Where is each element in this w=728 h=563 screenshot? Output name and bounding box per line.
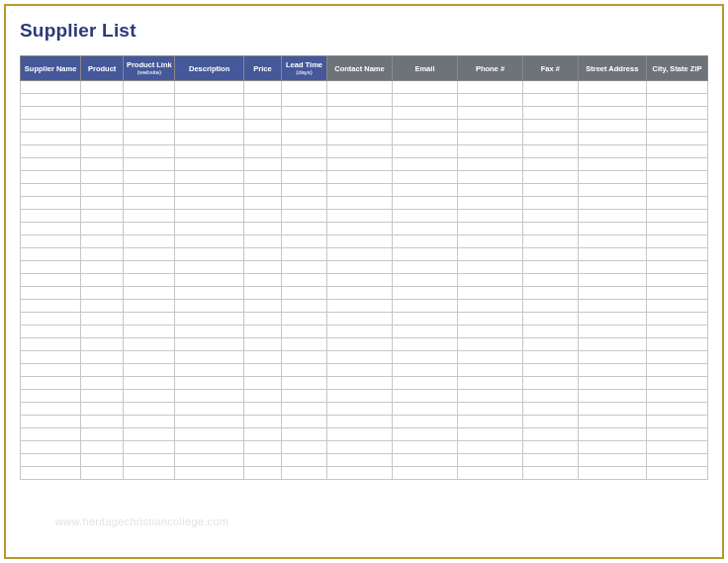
table-cell[interactable] bbox=[392, 390, 457, 403]
table-cell[interactable] bbox=[124, 428, 175, 441]
table-cell[interactable] bbox=[81, 210, 124, 223]
table-cell[interactable] bbox=[243, 107, 281, 120]
table-cell[interactable] bbox=[457, 133, 522, 145]
table-cell[interactable] bbox=[647, 351, 708, 364]
table-cell[interactable] bbox=[243, 184, 281, 197]
table-cell[interactable] bbox=[647, 300, 708, 313]
table-cell[interactable] bbox=[175, 184, 244, 197]
table-cell[interactable] bbox=[522, 171, 578, 184]
table-cell[interactable] bbox=[21, 351, 81, 364]
table-cell[interactable] bbox=[392, 403, 457, 416]
table-cell[interactable] bbox=[647, 235, 708, 248]
table-cell[interactable] bbox=[81, 145, 124, 158]
table-cell[interactable] bbox=[522, 81, 578, 94]
table-cell[interactable] bbox=[326, 338, 392, 351]
table-cell[interactable] bbox=[81, 416, 124, 428]
table-cell[interactable] bbox=[392, 158, 457, 171]
table-cell[interactable] bbox=[124, 313, 175, 326]
table-cell[interactable] bbox=[282, 390, 327, 403]
table-cell[interactable] bbox=[124, 248, 175, 261]
table-cell[interactable] bbox=[578, 390, 647, 403]
table-cell[interactable] bbox=[282, 326, 327, 338]
table-cell[interactable] bbox=[124, 274, 175, 287]
table-cell[interactable] bbox=[647, 210, 708, 223]
table-cell[interactable] bbox=[457, 223, 522, 235]
table-cell[interactable] bbox=[578, 145, 647, 158]
table-cell[interactable] bbox=[392, 428, 457, 441]
table-cell[interactable] bbox=[578, 377, 647, 390]
table-cell[interactable] bbox=[21, 300, 81, 313]
table-cell[interactable] bbox=[282, 416, 327, 428]
table-cell[interactable] bbox=[124, 94, 175, 107]
table-cell[interactable] bbox=[578, 467, 647, 480]
table-cell[interactable] bbox=[124, 441, 175, 454]
table-cell[interactable] bbox=[243, 145, 281, 158]
table-cell[interactable] bbox=[124, 326, 175, 338]
table-cell[interactable] bbox=[578, 184, 647, 197]
table-cell[interactable] bbox=[282, 223, 327, 235]
table-cell[interactable] bbox=[81, 441, 124, 454]
table-cell[interactable] bbox=[457, 313, 522, 326]
table-cell[interactable] bbox=[175, 235, 244, 248]
table-cell[interactable] bbox=[81, 287, 124, 300]
table-cell[interactable] bbox=[282, 133, 327, 145]
table-cell[interactable] bbox=[243, 364, 281, 377]
table-cell[interactable] bbox=[578, 454, 647, 467]
table-cell[interactable] bbox=[21, 145, 81, 158]
table-cell[interactable] bbox=[175, 377, 244, 390]
table-cell[interactable] bbox=[326, 81, 392, 94]
table-cell[interactable] bbox=[175, 300, 244, 313]
table-cell[interactable] bbox=[282, 428, 327, 441]
table-cell[interactable] bbox=[282, 287, 327, 300]
table-cell[interactable] bbox=[21, 235, 81, 248]
table-cell[interactable] bbox=[326, 377, 392, 390]
table-cell[interactable] bbox=[457, 351, 522, 364]
table-cell[interactable] bbox=[326, 107, 392, 120]
table-cell[interactable] bbox=[457, 428, 522, 441]
table-cell[interactable] bbox=[522, 390, 578, 403]
table-cell[interactable] bbox=[522, 467, 578, 480]
table-cell[interactable] bbox=[647, 364, 708, 377]
table-cell[interactable] bbox=[282, 107, 327, 120]
table-cell[interactable] bbox=[175, 133, 244, 145]
table-cell[interactable] bbox=[81, 158, 124, 171]
table-cell[interactable] bbox=[243, 210, 281, 223]
table-cell[interactable] bbox=[243, 454, 281, 467]
table-cell[interactable] bbox=[647, 184, 708, 197]
table-cell[interactable] bbox=[81, 403, 124, 416]
table-cell[interactable] bbox=[21, 81, 81, 94]
table-cell[interactable] bbox=[578, 133, 647, 145]
table-cell[interactable] bbox=[647, 107, 708, 120]
table-cell[interactable] bbox=[457, 326, 522, 338]
table-cell[interactable] bbox=[21, 120, 81, 133]
table-cell[interactable] bbox=[175, 261, 244, 274]
table-cell[interactable] bbox=[124, 210, 175, 223]
table-cell[interactable] bbox=[647, 428, 708, 441]
table-cell[interactable] bbox=[81, 261, 124, 274]
table-cell[interactable] bbox=[175, 145, 244, 158]
table-cell[interactable] bbox=[175, 428, 244, 441]
table-cell[interactable] bbox=[326, 210, 392, 223]
table-cell[interactable] bbox=[243, 81, 281, 94]
table-cell[interactable] bbox=[647, 120, 708, 133]
table-cell[interactable] bbox=[21, 287, 81, 300]
table-cell[interactable] bbox=[457, 94, 522, 107]
table-cell[interactable] bbox=[243, 377, 281, 390]
table-cell[interactable] bbox=[578, 287, 647, 300]
table-cell[interactable] bbox=[326, 274, 392, 287]
table-cell[interactable] bbox=[522, 351, 578, 364]
table-cell[interactable] bbox=[457, 81, 522, 94]
table-cell[interactable] bbox=[124, 171, 175, 184]
table-cell[interactable] bbox=[81, 454, 124, 467]
table-cell[interactable] bbox=[522, 441, 578, 454]
table-cell[interactable] bbox=[21, 107, 81, 120]
table-cell[interactable] bbox=[522, 377, 578, 390]
table-cell[interactable] bbox=[578, 107, 647, 120]
table-cell[interactable] bbox=[522, 454, 578, 467]
table-cell[interactable] bbox=[326, 441, 392, 454]
table-cell[interactable] bbox=[457, 235, 522, 248]
table-cell[interactable] bbox=[175, 287, 244, 300]
table-cell[interactable] bbox=[326, 364, 392, 377]
table-cell[interactable] bbox=[124, 133, 175, 145]
table-cell[interactable] bbox=[282, 81, 327, 94]
